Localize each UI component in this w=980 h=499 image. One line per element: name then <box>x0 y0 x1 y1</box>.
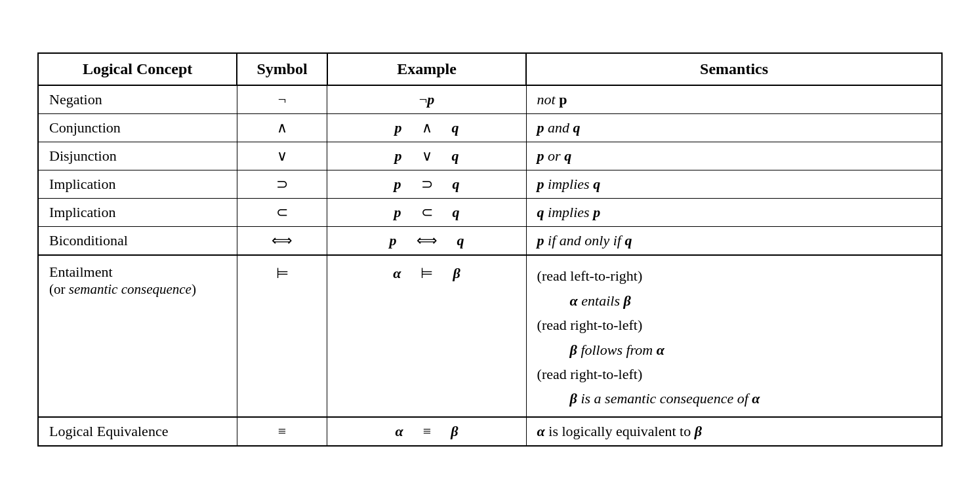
semantics-disjunction: p or q <box>526 142 942 170</box>
concept-equivalence: Logical Equivalence <box>38 417 237 446</box>
semantics-biconditional: p if and only if q <box>526 227 942 256</box>
concept-entailment: Entailment (or semantic consequence) <box>38 255 237 416</box>
symbol-implication2: ⊂ <box>237 199 327 227</box>
example-disjunction: p ∨ q <box>327 142 526 170</box>
concept-biconditional: Biconditional <box>38 227 237 256</box>
concept-disjunction: Disjunction <box>38 142 237 170</box>
symbol-biconditional: ⟺ <box>237 227 327 256</box>
example-entailment: α ⊨ β <box>327 255 526 416</box>
concept-implication1: Implication <box>38 170 237 199</box>
table-container: Logical Concept Symbol Example Semantics… <box>37 52 943 446</box>
symbol-negation: ¬ <box>237 85 327 114</box>
concept-implication2: Implication <box>38 199 237 227</box>
example-implication2: p ⊂ q <box>327 199 526 227</box>
symbol-disjunction: ∨ <box>237 142 327 170</box>
example-negation: ¬p <box>327 85 526 114</box>
header-example: Example <box>327 53 526 85</box>
header-symbol: Symbol <box>237 53 327 85</box>
semantics-negation: not p <box>526 85 942 114</box>
table-row: Implication ⊃ p ⊃ q p implies q <box>38 170 942 199</box>
table-row-equivalence: Logical Equivalence ≡ α ≡ β α is logical… <box>38 417 942 446</box>
example-implication1: p ⊃ q <box>327 170 526 199</box>
semantics-equivalence: α is logically equivalent to β <box>526 417 942 446</box>
symbol-conjunction: ∧ <box>237 114 327 142</box>
semantics-implication1: p implies q <box>526 170 942 199</box>
logic-table: Logical Concept Symbol Example Semantics… <box>37 52 943 446</box>
header-semantics: Semantics <box>526 53 942 85</box>
header-concept: Logical Concept <box>38 53 237 85</box>
table-row: Implication ⊂ p ⊂ q q implies p <box>38 199 942 227</box>
concept-negation: Negation <box>38 85 237 114</box>
concept-conjunction: Conjunction <box>38 114 237 142</box>
example-conjunction: p ∧ q <box>327 114 526 142</box>
example-biconditional: p ⟺ q <box>327 227 526 256</box>
semantics-entailment: (read left-to-right) α entails β (read r… <box>526 255 942 416</box>
symbol-implication1: ⊃ <box>237 170 327 199</box>
example-equivalence: α ≡ β <box>327 417 526 446</box>
table-row-entailment: Entailment (or semantic consequence) ⊨ α… <box>38 255 942 416</box>
table-row: Disjunction ∨ p ∨ q p or q <box>38 142 942 170</box>
symbol-entailment: ⊨ <box>237 255 327 416</box>
table-row: Negation ¬ ¬p not p <box>38 85 942 114</box>
semantics-conjunction: p and q <box>526 114 942 142</box>
table-row: Conjunction ∧ p ∧ q p and q <box>38 114 942 142</box>
symbol-equivalence: ≡ <box>237 417 327 446</box>
table-row: Biconditional ⟺ p ⟺ q p if and only if q <box>38 227 942 256</box>
semantics-implication2: q implies p <box>526 199 942 227</box>
